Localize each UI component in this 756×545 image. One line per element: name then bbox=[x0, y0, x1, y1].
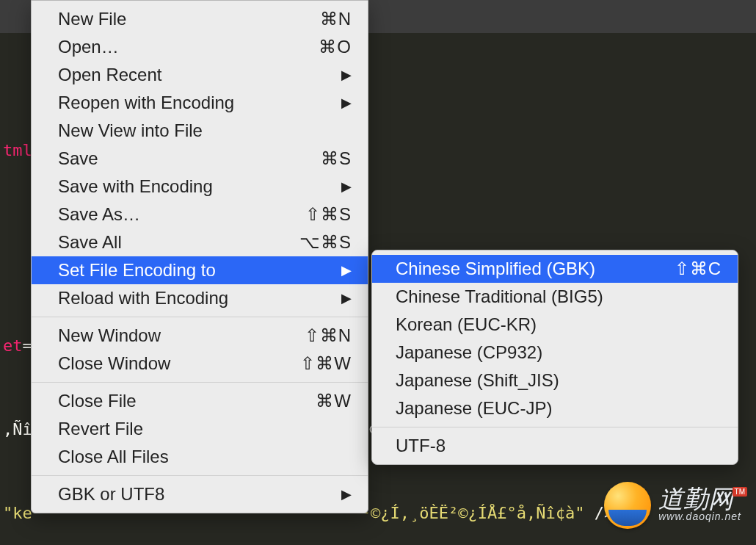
menu-item-label: New Window bbox=[58, 325, 161, 346]
encoding-submenu-item[interactable]: Japanese (EUC-JP) bbox=[372, 394, 738, 422]
watermark-logo: 道勤网 www.daoqin.net TM bbox=[604, 482, 741, 529]
menu-item-label: GBK or UTF8 bbox=[58, 484, 164, 505]
menu-item-label: New View into File bbox=[58, 120, 203, 141]
menu-item-label: Save bbox=[58, 148, 98, 169]
encoding-submenu-item[interactable]: Chinese Simplified (GBK)⇧⌘C bbox=[372, 255, 738, 283]
file-menu-item[interactable]: Save All⌥⌘S bbox=[32, 228, 368, 256]
menu-item-label: Close Window bbox=[58, 353, 170, 374]
logo-tm: TM bbox=[733, 487, 747, 497]
menu-item-label: Revert File bbox=[58, 419, 143, 439]
menu-item-label: Japanese (CP932) bbox=[396, 342, 542, 363]
menu-item-label: UTF-8 bbox=[396, 436, 446, 456]
menu-shortcut: ⇧⌘W bbox=[300, 353, 352, 374]
menu-shortcut: ⌘N bbox=[320, 9, 352, 29]
menu-shortcut: ⌘O bbox=[319, 37, 352, 57]
file-menu-item[interactable]: Close Window⇧⌘W bbox=[32, 350, 368, 378]
menu-item-label: Open… bbox=[58, 37, 119, 57]
menu-item-label: Save All bbox=[58, 232, 122, 253]
file-menu-item[interactable]: New File⌘N bbox=[32, 5, 368, 33]
menu-separator bbox=[32, 317, 368, 317]
file-menu-item[interactable]: Close All Files bbox=[32, 443, 368, 471]
file-menu-item[interactable]: Close File⌘W bbox=[32, 387, 368, 415]
file-menu: New File⌘NOpen…⌘OOpen Recent▶Reopen with… bbox=[31, 0, 368, 513]
submenu-arrow-icon: ▶ bbox=[341, 178, 352, 195]
encoding-submenu-item[interactable]: Korean (EUC-KR) bbox=[372, 311, 738, 339]
menu-item-label: Korean (EUC-KR) bbox=[396, 314, 537, 335]
file-menu-item[interactable]: Revert File bbox=[32, 415, 368, 443]
code-token: ‚Ñî bbox=[3, 420, 32, 438]
menu-item-label: Chinese Traditional (BIG5) bbox=[396, 286, 603, 307]
menu-item-label: Set File Encoding to bbox=[58, 260, 216, 281]
file-menu-item[interactable]: Set File Encoding to▶ bbox=[32, 256, 368, 284]
menu-item-label: Chinese Simplified (GBK) bbox=[396, 259, 595, 279]
menu-item-label: Japanese (EUC-JP) bbox=[396, 398, 552, 419]
code-token: "ke bbox=[3, 504, 32, 522]
encoding-submenu-item[interactable]: Japanese (Shift_JIS) bbox=[372, 367, 738, 394]
file-menu-item[interactable]: Save with Encoding▶ bbox=[32, 173, 368, 201]
menu-item-label: Save As… bbox=[58, 204, 140, 225]
menu-item-label: New File bbox=[58, 9, 126, 29]
menu-item-label: Close File bbox=[58, 391, 137, 411]
menu-separator bbox=[372, 427, 738, 427]
menu-item-label: Close All Files bbox=[58, 447, 169, 467]
menu-shortcut: ⇧⌘N bbox=[305, 325, 352, 346]
file-menu-item[interactable]: Open…⌘O bbox=[32, 33, 368, 61]
logo-url: www.daoqin.net bbox=[658, 510, 741, 522]
submenu-arrow-icon: ▶ bbox=[341, 290, 352, 306]
menu-shortcut: ⌘S bbox=[321, 148, 352, 169]
logo-icon bbox=[604, 482, 651, 529]
menu-shortcut: ⇧⌘C bbox=[675, 259, 722, 279]
encoding-submenu-item[interactable]: UTF-8 bbox=[372, 432, 738, 460]
encoding-submenu-item[interactable]: Japanese (CP932) bbox=[372, 339, 738, 367]
submenu-arrow-icon: ▶ bbox=[341, 95, 352, 111]
menu-item-label: Save with Encoding bbox=[58, 176, 213, 197]
logo-text-cn: 道勤网 bbox=[658, 488, 741, 511]
encoding-submenu: Chinese Simplified (GBK)⇧⌘CChinese Tradi… bbox=[371, 250, 738, 465]
file-menu-item[interactable]: New View into File bbox=[32, 117, 368, 145]
file-menu-item[interactable]: Save⌘S bbox=[32, 145, 368, 173]
menu-item-label: Japanese (Shift_JIS) bbox=[396, 370, 559, 391]
submenu-arrow-icon: ▶ bbox=[341, 67, 352, 83]
file-menu-item[interactable]: Reopen with Encoding▶ bbox=[32, 89, 368, 117]
file-menu-item[interactable]: Save As…⇧⌘S bbox=[32, 201, 368, 228]
menu-item-label: Reload with Encoding bbox=[58, 288, 228, 308]
menu-shortcut: ⌘W bbox=[316, 391, 352, 411]
file-menu-item[interactable]: GBK or UTF8▶ bbox=[32, 480, 368, 508]
code-token: tml bbox=[3, 141, 32, 159]
submenu-arrow-icon: ▶ bbox=[341, 486, 352, 502]
menu-separator bbox=[32, 475, 368, 476]
code-token: et bbox=[3, 336, 23, 355]
menu-item-label: Reopen with Encoding bbox=[58, 93, 234, 113]
menu-shortcut: ⌥⌘S bbox=[299, 232, 352, 253]
file-menu-item[interactable]: Open Recent▶ bbox=[32, 61, 368, 89]
encoding-submenu-item[interactable]: Chinese Traditional (BIG5) bbox=[372, 283, 738, 311]
file-menu-item[interactable]: New Window⇧⌘N bbox=[32, 322, 368, 350]
submenu-arrow-icon: ▶ bbox=[341, 262, 352, 278]
file-menu-item[interactable]: Reload with Encoding▶ bbox=[32, 284, 368, 312]
menu-item-label: Open Recent bbox=[58, 65, 161, 85]
menu-separator bbox=[32, 382, 368, 383]
menu-shortcut: ⇧⌘S bbox=[305, 204, 352, 225]
